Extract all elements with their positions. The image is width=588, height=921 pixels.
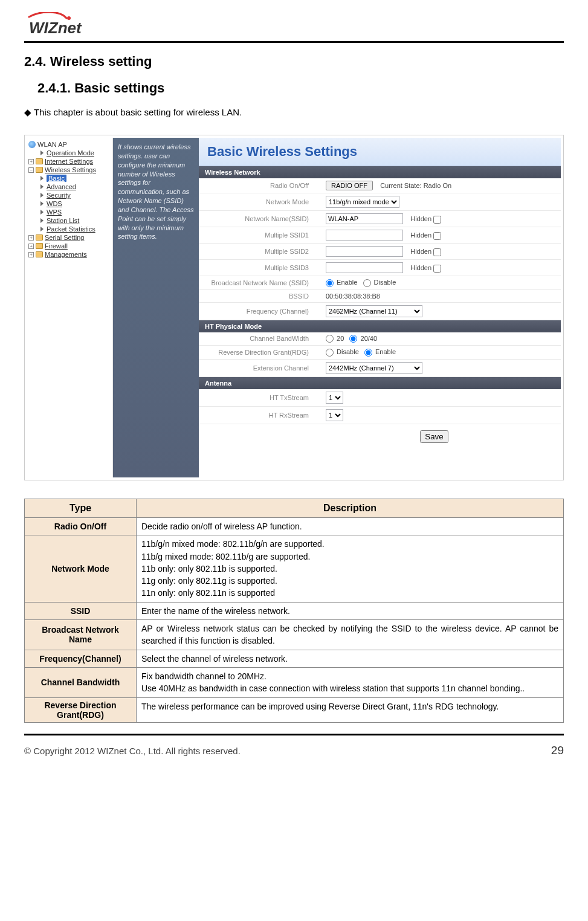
tree-item-station-list[interactable]: Station List [34, 216, 111, 225]
label-broadcast: Broadcast Network Name (SSID) [199, 276, 321, 290]
main-title: Basic Wireless Settings [199, 138, 561, 166]
tree-label: Managements [45, 251, 87, 258]
label-ssid: Network Name(SSID) [199, 211, 321, 227]
chbw-2040-label: 20/40 [361, 335, 378, 342]
tree-item-advanced[interactable]: Advanced [34, 183, 111, 191]
arrow-icon [40, 150, 44, 155]
mssid2-hidden-checkbox[interactable] [433, 248, 441, 256]
folder-icon [36, 234, 43, 241]
tree-root[interactable]: WLAN AP [28, 140, 111, 149]
arrow-icon [40, 227, 44, 231]
nav-tree: WLAN AP Operation Mode + Internet Settin… [27, 138, 113, 477]
ssid-hidden-checkbox[interactable] [433, 216, 441, 224]
expand-icon: + [28, 252, 34, 257]
arrow-icon [40, 176, 44, 181]
footer: © Copyright 2012 WIZnet Co., Ltd. All ri… [24, 740, 564, 757]
mssid1-input[interactable] [326, 230, 403, 241]
tree-label: Station List [47, 217, 79, 224]
desc-header-type: Type [25, 499, 137, 518]
folder-icon [36, 167, 43, 173]
desc-type-cell: SSID [25, 602, 137, 619]
rdg-disable-radio[interactable] [326, 349, 334, 357]
radio-state: Current State: Radio On [380, 182, 451, 189]
folder-icon [36, 243, 43, 249]
network-mode-select[interactable]: 11b/g/n mixed mode [326, 196, 399, 208]
broadcast-enable-radio[interactable] [326, 279, 334, 287]
enable-label: Enable [337, 279, 357, 286]
form-antenna: HT TxStream 1 HT RxStream 1 [199, 389, 561, 424]
mssid2-input[interactable] [326, 246, 403, 257]
collapse-icon: – [28, 167, 34, 173]
label-mssid2: Multiple SSID2 [199, 244, 321, 260]
chbw-2040-radio[interactable] [349, 335, 357, 343]
main-panel: Basic Wireless Settings Wireless Network… [199, 138, 561, 477]
ssid-input[interactable] [326, 213, 403, 224]
tree-label: Wireless Settings [45, 166, 96, 173]
desc-type-cell: Broadcast Network Name [25, 620, 137, 650]
radio-off-button[interactable] [326, 181, 373, 190]
htrx-select[interactable]: 1 [326, 409, 343, 421]
mssid1-hidden-checkbox[interactable] [433, 232, 441, 240]
tree-item-internet-settings[interactable]: + Internet Settings [28, 157, 111, 166]
hidden-label: Hidden [410, 248, 431, 255]
rdg-enable-radio[interactable] [364, 349, 372, 357]
tree-item-packet-statistics[interactable]: Packet Statistics [34, 225, 111, 233]
tree-label-selected: Basic [47, 175, 66, 182]
copyright-text: © Copyright 2012 WIZnet Co., Ltd. All ri… [24, 746, 241, 756]
label-mssid1: Multiple SSID1 [199, 227, 321, 244]
description-table: Type Description Radio On/OffDecide radi… [24, 499, 564, 723]
label-mssid3: Multiple SSID3 [199, 260, 321, 276]
section-wireless-network: Wireless Network [199, 166, 561, 178]
tree-item-wireless-settings[interactable]: – Wireless Settings [28, 166, 111, 174]
globe-icon [28, 141, 36, 148]
desc-type-cell: Frequency(Channel) [25, 650, 137, 667]
desc-desc-cell: The wireless performance can be improved… [137, 697, 564, 722]
desc-desc-cell: Select the channel of wireless network. [137, 650, 564, 667]
desc-type-cell: Network Mode [25, 535, 137, 602]
arrow-icon [40, 184, 44, 189]
page-number: 29 [551, 744, 564, 757]
frequency-select[interactable]: 2462MHz (Channel 11) [326, 305, 422, 317]
tree-item-serial-setting[interactable]: + Serial Setting [28, 233, 111, 242]
arrow-icon [40, 210, 44, 215]
label-channel-bw: Channel BandWidth [199, 332, 321, 346]
label-bssid: BSSID [199, 289, 321, 302]
section-ht-physical-mode: HT Physical Mode [199, 320, 561, 332]
tree-item-security[interactable]: Security [34, 191, 111, 199]
broadcast-disable-radio[interactable] [363, 279, 371, 287]
arrow-icon [40, 201, 44, 206]
header-rule [24, 41, 564, 43]
mssid3-input[interactable] [326, 262, 403, 273]
expand-icon: + [28, 235, 34, 241]
hidden-label: Hidden [410, 231, 431, 239]
tree-root-label: WLAN AP [37, 141, 67, 148]
tree-item-managements[interactable]: + Managements [28, 250, 111, 259]
arrow-icon [40, 218, 44, 223]
section-antenna: Antenna [199, 377, 561, 389]
tree-item-wds[interactable]: WDS [34, 199, 111, 208]
tree-item-firewall[interactable]: + Firewall [28, 242, 111, 250]
save-button[interactable] [420, 430, 448, 443]
svg-text:WIZnet: WIZnet [29, 19, 82, 36]
tree-item-operation-mode[interactable]: Operation Mode [34, 149, 111, 157]
expand-icon: + [28, 159, 34, 164]
expand-icon: + [28, 244, 34, 249]
label-rdg: Reverse Direction Grant(RDG) [199, 346, 321, 360]
tree-item-wps[interactable]: WPS [34, 208, 111, 216]
label-radio-onoff: Radio On/Off [199, 178, 321, 193]
tree-item-basic[interactable]: Basic [34, 174, 111, 183]
chbw-20-radio[interactable] [326, 335, 334, 343]
disable-label: Disable [337, 348, 359, 355]
desc-type-cell: Radio On/Off [25, 518, 137, 535]
tree-label: Firewall [45, 242, 68, 250]
desc-header-desc: Description [137, 499, 564, 518]
chbw-20-label: 20 [337, 335, 344, 342]
label-htrx: HT RxStream [199, 406, 321, 424]
label-httx: HT TxStream [199, 389, 321, 407]
help-panel: It shows current wireless settings. user… [113, 138, 199, 477]
mssid3-hidden-checkbox[interactable] [433, 265, 441, 273]
desc-desc-cell: AP or Wireless network status can be che… [137, 620, 564, 650]
tree-label: Packet Statistics [47, 225, 95, 233]
ext-channel-select[interactable]: 2442MHz (Channel 7) [326, 362, 422, 374]
httx-select[interactable]: 1 [326, 392, 343, 404]
